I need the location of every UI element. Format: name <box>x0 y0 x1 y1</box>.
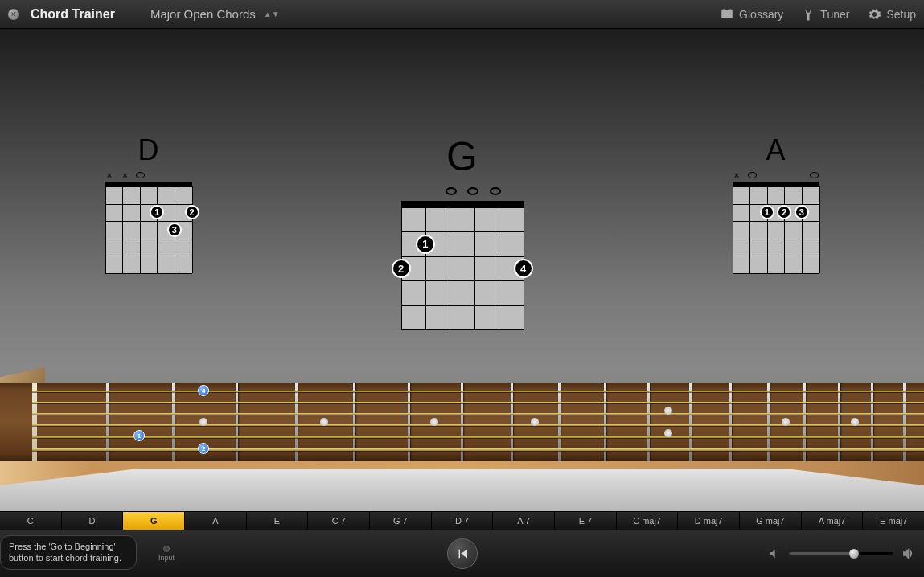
input-led-icon <box>163 546 170 552</box>
bottom-bar: Press the 'Go to Beginning' button to st… <box>0 530 924 577</box>
hint-tooltip: Press the 'Go to Beginning' button to st… <box>0 535 137 570</box>
chord-tab[interactable]: C maj7 <box>617 512 679 530</box>
chord-tab[interactable]: E maj7 <box>863 512 924 530</box>
setup-link[interactable]: Setup <box>867 7 916 22</box>
book-icon <box>720 7 734 22</box>
guitar-body <box>0 461 924 511</box>
chord-tab[interactable]: C <box>0 512 62 530</box>
glossary-link[interactable]: Glossary <box>720 7 783 22</box>
chord-tab[interactable]: D maj7 <box>678 512 740 530</box>
gear-icon <box>867 7 881 22</box>
tuner-link[interactable]: Tuner <box>801 7 849 22</box>
go-to-beginning-button[interactable] <box>447 538 478 569</box>
chord-tab[interactable]: C 7 <box>308 512 370 530</box>
finger-dot: 3 <box>167 223 182 237</box>
fretboard[interactable]: 124 <box>0 383 924 511</box>
chord-name: D <box>138 133 159 167</box>
chord-diagrams-row: D ×× 123 G 124 A × 123 <box>0 133 924 329</box>
chord-diagram-right[interactable]: A × 123 <box>733 133 819 273</box>
chord-diagram-left[interactable]: D ×× 123 <box>105 133 192 273</box>
volume-low-icon <box>768 547 781 560</box>
guitar-neck: 124 <box>0 383 924 461</box>
top-bar: ✕ Chord Trainer Major Open Chords ▲▼ Glo… <box>0 0 924 29</box>
chord-name: A <box>766 133 785 167</box>
lesson-dropdown[interactable]: Major Open Chords ▲▼ <box>142 4 288 24</box>
volume-high-icon <box>901 547 914 560</box>
chord-tab[interactable]: G <box>123 512 185 530</box>
chord-tab[interactable]: A 7 <box>493 512 555 530</box>
chord-tab[interactable]: E <box>247 512 309 530</box>
finger-dot: 1 <box>760 205 774 219</box>
stage: D ×× 123 G 124 A × 123 124 <box>0 29 924 511</box>
chord-tab[interactable]: D 7 <box>432 512 494 530</box>
chevron-updown-icon: ▲▼ <box>264 10 280 18</box>
chord-tab[interactable]: A maj7 <box>802 512 864 530</box>
chord-tabs: CDGAEC 7G 7D 7A 7E 7C maj7D maj7G maj7A … <box>0 511 924 530</box>
chord-tab[interactable]: G 7 <box>370 512 432 530</box>
volume-control <box>768 547 914 560</box>
lesson-dropdown-label: Major Open Chords <box>150 7 256 21</box>
finger-dot: 1 <box>416 235 435 254</box>
close-icon[interactable]: ✕ <box>8 9 19 20</box>
finger-dot: 2 <box>185 205 199 219</box>
fretboard-finger-dot: 4 <box>198 385 209 396</box>
app-title: Chord Trainer <box>31 7 115 22</box>
chord-tab[interactable]: A <box>185 512 247 530</box>
chord-tab[interactable]: D <box>62 512 124 530</box>
chord-tab[interactable]: G maj7 <box>740 512 802 530</box>
volume-slider[interactable] <box>789 552 893 555</box>
finger-dot: 1 <box>150 205 164 219</box>
finger-dot: 2 <box>777 205 791 219</box>
input-indicator[interactable]: Input <box>158 546 175 562</box>
finger-dot: 3 <box>795 205 809 219</box>
finger-dot: 4 <box>514 259 533 278</box>
skip-back-icon <box>455 546 470 561</box>
finger-dot: 2 <box>392 259 411 278</box>
fretboard-finger-dot: 1 <box>133 430 145 441</box>
fretboard-finger-dot: 2 <box>198 443 209 454</box>
chord-diagram-center[interactable]: G 124 <box>401 133 524 329</box>
tuning-fork-icon <box>801 7 815 22</box>
chord-tab[interactable]: E 7 <box>555 512 617 530</box>
chord-name: G <box>446 133 478 180</box>
